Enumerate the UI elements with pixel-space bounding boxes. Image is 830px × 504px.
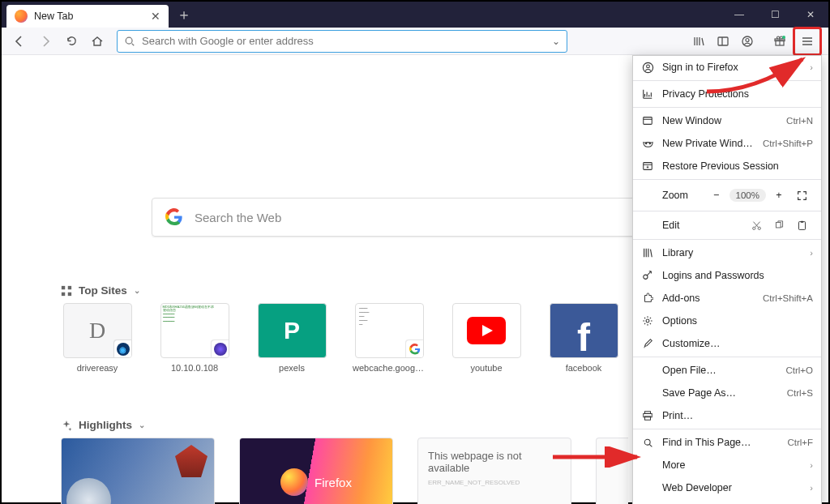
menu-whats-new[interactable]: What's New › — [633, 499, 821, 504]
library-icon — [641, 246, 654, 259]
window-close-button[interactable]: ✕ — [793, 2, 828, 28]
top-site-tile[interactable]: ━━━━━━━━━━━━━━━━━━━━━ webcache.googl… — [353, 303, 426, 373]
zoom-out-button[interactable]: − — [705, 186, 728, 205]
account-icon — [641, 61, 654, 74]
chevron-right-icon: › — [810, 483, 813, 493]
print-icon — [641, 409, 654, 422]
menu-open-file[interactable]: Open File… Ctrl+O — [633, 359, 821, 382]
ntp-search-box[interactable]: Search the Web — [152, 198, 646, 237]
library-button[interactable] — [687, 30, 710, 53]
menu-options[interactable]: Options — [633, 310, 821, 332]
app-menu-panel: Sign in to Firefox › Privacy Protections… — [632, 55, 822, 504]
urlbar-dropdown-icon[interactable]: ⌄ — [552, 36, 560, 47]
firefox-favicon-icon — [15, 10, 28, 23]
home-button[interactable] — [86, 30, 109, 53]
menu-new-private-window[interactable]: New Private Window Ctrl+Shift+P — [633, 132, 821, 155]
section-top-sites[interactable]: Top Sites ⌄ — [61, 284, 140, 297]
menu-logins[interactable]: Logins and Passwords — [633, 264, 821, 287]
highlights-grid: Firefox This webpage is not available ER… — [61, 438, 628, 504]
svg-point-3 — [746, 38, 749, 41]
card-error-code: ERR_NAME_NOT_RESOLVED — [428, 479, 561, 486]
chart-icon — [641, 88, 654, 100]
menu-print[interactable]: Print… — [633, 404, 821, 427]
svg-rect-8 — [68, 285, 71, 288]
highlight-card[interactable]: This webpage is not available ERR_NAME_N… — [417, 438, 571, 504]
tab-title: New Tab — [34, 11, 144, 22]
menu-new-window[interactable]: New Window Ctrl+N — [633, 109, 821, 132]
whatsnew-gift-icon[interactable] — [768, 30, 791, 53]
page-content: Search the Web Top Sites ⌄ D ◉ drivereas… — [2, 55, 828, 502]
fullscreen-button[interactable] — [790, 186, 813, 205]
site-favicon-icon: ◉ — [114, 340, 132, 358]
app-menu-button[interactable] — [796, 30, 819, 53]
top-site-tile[interactable]: D ◉ drivereasy — [61, 303, 134, 373]
new-tab-button[interactable]: ＋ — [169, 2, 199, 28]
svg-rect-10 — [68, 292, 71, 295]
window-minimize-button[interactable]: — — [721, 2, 757, 28]
sparkle-icon — [61, 420, 72, 431]
top-site-tile[interactable]: P pexels — [255, 303, 328, 373]
account-button[interactable] — [736, 30, 759, 53]
svg-point-25 — [646, 319, 649, 322]
search-icon — [641, 436, 654, 449]
key-icon — [641, 269, 654, 282]
tab-close-icon[interactable]: ✕ — [151, 10, 160, 23]
sidebar-button[interactable] — [712, 30, 734, 53]
svg-point-24 — [644, 275, 648, 279]
edit-label: Edit — [641, 220, 745, 231]
menu-privacy-protections[interactable]: Privacy Protections — [633, 83, 821, 105]
svg-point-17 — [648, 142, 650, 143]
zoom-label: Zoom — [641, 190, 705, 201]
hamburger-highlight — [793, 27, 822, 56]
menu-library[interactable]: Library › — [633, 241, 821, 264]
section-highlights[interactable]: Highlights ⌄ — [61, 419, 145, 431]
highlight-card[interactable] — [61, 438, 215, 504]
restore-icon — [641, 160, 654, 173]
svg-point-20 — [758, 227, 760, 229]
top-site-tile[interactable]: youtube — [450, 303, 523, 373]
chevron-down-icon: ⌄ — [134, 286, 140, 295]
card-label: Firefox — [314, 476, 352, 489]
menu-more[interactable]: More › — [633, 454, 821, 476]
svg-rect-7 — [62, 285, 65, 288]
menu-save-page[interactable]: Save Page As… Ctrl+S — [633, 382, 821, 404]
back-button[interactable] — [8, 30, 31, 53]
reload-button[interactable] — [60, 30, 83, 53]
paintbrush-icon — [641, 337, 654, 350]
grid-icon — [61, 285, 72, 297]
menu-find-in-page[interactable]: Find in This Page… Ctrl+F — [633, 431, 821, 454]
browser-tab[interactable]: New Tab ✕ — [6, 5, 169, 28]
top-site-tile[interactable]: f facebook — [547, 303, 620, 373]
zoom-in-button[interactable]: + — [768, 186, 790, 205]
menu-customize[interactable]: Customize… — [633, 332, 821, 355]
svg-point-6 — [782, 36, 785, 39]
svg-rect-21 — [776, 222, 781, 228]
svg-rect-22 — [798, 221, 805, 229]
menu-addons[interactable]: Add-ons Ctrl+Shift+A — [633, 287, 821, 310]
svg-point-29 — [644, 439, 650, 445]
top-sites-grid: D ◉ drivereasy MD5和SHA256函数源码驱动在不求驱动信息━━… — [61, 303, 677, 373]
copy-button[interactable] — [768, 216, 790, 235]
menu-web-developer[interactable]: Web Developer › — [633, 476, 821, 499]
card-message: This webpage is not available — [428, 450, 561, 474]
gear-icon — [641, 314, 654, 327]
url-bar[interactable]: ⌄ — [117, 30, 567, 53]
svg-rect-15 — [644, 117, 652, 125]
puzzle-icon — [641, 292, 654, 305]
highlight-card[interactable] — [596, 438, 628, 504]
chevron-down-icon: ⌄ — [139, 421, 145, 429]
url-input[interactable] — [142, 35, 545, 47]
window-titlebar: New Tab ✕ ＋ — ☐ ✕ — [2, 2, 828, 28]
site-favicon-icon — [212, 340, 229, 358]
menu-sign-in[interactable]: Sign in to Firefox › — [633, 56, 821, 79]
tile-label: pexels — [279, 363, 305, 373]
menu-restore-session[interactable]: Restore Previous Session — [633, 155, 821, 177]
google-logo-icon — [165, 208, 183, 226]
top-site-tile[interactable]: MD5和SHA256函数源码驱动在不求驱动信息━━━━━━━━━━━━━━━━━… — [158, 303, 231, 373]
ntp-search-placeholder: Search the Web — [195, 211, 281, 224]
highlight-card[interactable]: Firefox — [239, 438, 393, 504]
forward-button[interactable] — [34, 30, 57, 53]
paste-button[interactable] — [790, 216, 813, 235]
window-maximize-button[interactable]: ☐ — [757, 2, 793, 28]
cut-button[interactable] — [745, 216, 768, 235]
